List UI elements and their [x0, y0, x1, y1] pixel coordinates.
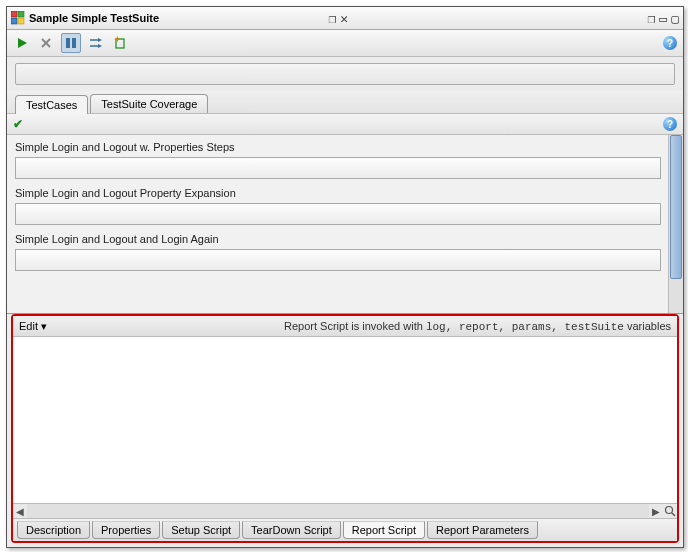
testcase-label: Simple Login and Logout w. Properties St…: [15, 141, 661, 153]
scroll-left-icon[interactable]: ◀: [13, 506, 27, 517]
window-tab-controls-left: ❐ ✕: [328, 12, 348, 25]
edit-header: Edit ▾ Report Script is invoked with log…: [13, 316, 677, 337]
svg-rect-2: [11, 18, 17, 24]
svg-marker-4: [18, 38, 27, 48]
svg-rect-3: [18, 18, 24, 24]
testcases-panel: Simple Login and Logout w. Properties St…: [7, 135, 683, 314]
testsuite-icon: [11, 11, 25, 25]
stop-button[interactable]: [37, 34, 55, 52]
bottom-tab-label: Report Parameters: [436, 524, 529, 536]
window-root: Sample Simple TestSuite ❐ ✕ ❐ ▭ ▢: [6, 6, 684, 548]
tab-coverage-label: TestSuite Coverage: [101, 98, 197, 110]
bottom-tab-teardown-script[interactable]: TearDown Script: [242, 521, 341, 539]
edit-hint-suffix: variables: [624, 320, 671, 332]
testcase-label: Simple Login and Logout and Login Again: [15, 233, 661, 245]
edit-hint-vars: log, report, params, testSuite: [426, 321, 624, 333]
svg-rect-7: [66, 38, 70, 48]
testcase-label: Simple Login and Logout Property Expansi…: [15, 187, 661, 199]
check-icon[interactable]: ✔: [13, 117, 23, 131]
scrollbar-track[interactable]: [27, 504, 649, 518]
svg-marker-10: [98, 44, 102, 48]
detach-icon[interactable]: ❐: [328, 12, 336, 25]
vertical-scrollbar[interactable]: [668, 135, 683, 313]
bottom-tab-setup-script[interactable]: Setup Script: [162, 521, 240, 539]
window-controls-right: ❐ ▭ ▢: [648, 12, 679, 25]
bottom-tab-properties[interactable]: Properties: [92, 521, 160, 539]
top-tabs: TestCases TestSuite Coverage: [7, 91, 683, 113]
bottom-tab-label: Report Script: [352, 524, 416, 536]
testcase-row[interactable]: Simple Login and Logout w. Properties St…: [7, 135, 669, 181]
bottom-tab-label: TearDown Script: [251, 524, 332, 536]
svg-point-13: [666, 507, 673, 514]
svg-line-14: [672, 513, 675, 516]
bottom-tabs: Description Properties Setup Script Tear…: [13, 519, 677, 541]
help-icon[interactable]: ?: [663, 36, 677, 50]
testcase-progress: [15, 249, 661, 271]
horizontal-scrollbar[interactable]: ◀ ▶: [13, 504, 677, 519]
testcase-progress: [15, 157, 661, 179]
testcases-toolbar: ✔ ?: [7, 113, 683, 135]
testcase-progress: [15, 203, 661, 225]
svg-rect-0: [11, 11, 17, 17]
bottom-tab-report-parameters[interactable]: Report Parameters: [427, 521, 538, 539]
zoom-icon[interactable]: [663, 504, 677, 518]
svg-rect-1: [18, 11, 24, 17]
tab-testcases[interactable]: TestCases: [15, 95, 88, 114]
close-tab-icon[interactable]: ✕: [340, 12, 348, 25]
scroll-right-icon[interactable]: ▶: [649, 506, 663, 517]
testcases-list: Simple Login and Logout w. Properties St…: [7, 135, 669, 313]
edit-hint-prefix: Report Script is invoked with: [284, 320, 426, 332]
bottom-tab-label: Setup Script: [171, 524, 231, 536]
window-title: Sample Simple TestSuite: [29, 12, 320, 24]
help-icon[interactable]: ?: [663, 117, 677, 131]
testcase-row[interactable]: Simple Login and Logout and Login Again: [7, 227, 669, 273]
run-button[interactable]: [13, 34, 31, 52]
minimize-icon[interactable]: ▭: [659, 12, 667, 25]
script-editor[interactable]: [13, 337, 677, 504]
titlebar: Sample Simple TestSuite ❐ ✕ ❐ ▭ ▢: [7, 7, 683, 30]
loop-button[interactable]: [61, 33, 81, 53]
testcase-row[interactable]: Simple Login and Logout Property Expansi…: [7, 181, 669, 227]
main-toolbar: ✦ ?: [7, 30, 683, 57]
parallel-button[interactable]: [87, 34, 105, 52]
edit-dropdown[interactable]: Edit ▾: [19, 320, 47, 333]
maximize-icon[interactable]: ▢: [671, 12, 679, 25]
bottom-tab-label: Properties: [101, 524, 151, 536]
tab-testcases-label: TestCases: [26, 99, 77, 111]
tab-coverage[interactable]: TestSuite Coverage: [90, 94, 208, 113]
new-testcase-button[interactable]: ✦: [111, 34, 129, 52]
search-input[interactable]: [15, 63, 675, 85]
report-script-panel: Edit ▾ Report Script is invoked with log…: [11, 314, 679, 543]
svg-text:✦: ✦: [114, 36, 121, 44]
scrollbar-thumb[interactable]: [670, 135, 682, 279]
search-row: [7, 57, 683, 91]
edit-hint: Report Script is invoked with log, repor…: [284, 320, 671, 333]
bottom-tab-label: Description: [26, 524, 81, 536]
restore-icon[interactable]: ❐: [648, 12, 656, 25]
svg-marker-9: [98, 38, 102, 42]
svg-rect-8: [72, 38, 76, 48]
bottom-tab-description[interactable]: Description: [17, 521, 90, 539]
bottom-tab-report-script[interactable]: Report Script: [343, 521, 425, 539]
